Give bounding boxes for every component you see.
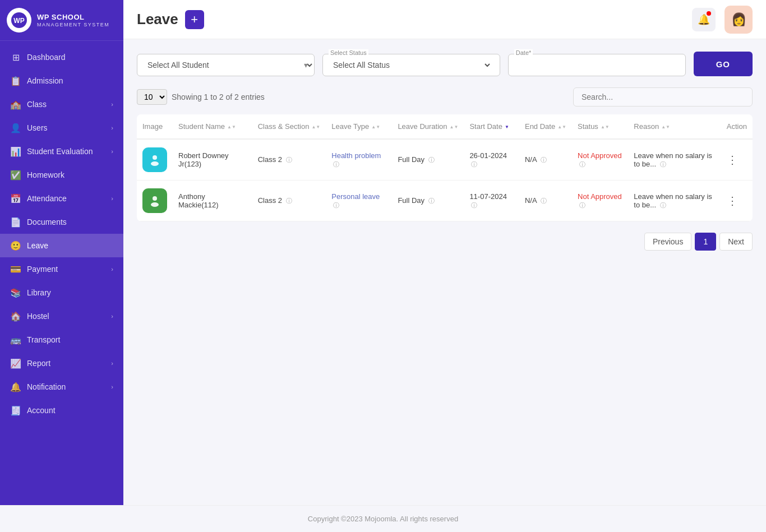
sidebar-nav: ⊞ Dashboard 📋 Admission 🏫 Class › 👤 User… [0, 41, 123, 505]
app-name: WP SCHOOL [37, 13, 109, 22]
th-student-name[interactable]: Student Name▲▼ [173, 114, 252, 139]
cell-student-name: Anthony Mackie(112) [173, 181, 252, 221]
search-input[interactable] [573, 87, 753, 107]
dashboard-nav-label: Dashboard [27, 53, 66, 62]
svg-point-5 [151, 202, 159, 207]
class-info-icon[interactable]: ⓘ [286, 156, 292, 163]
th-class-&-section[interactable]: Class & Section▲▼ [252, 114, 326, 139]
hostel-arrow-icon: › [111, 313, 113, 320]
notification-bell-button[interactable]: 🔔 [692, 8, 716, 31]
sidebar-item-report[interactable]: 📈 Report › [0, 351, 123, 375]
add-leave-button[interactable]: + [185, 10, 204, 29]
th-status[interactable]: Status▲▼ [572, 114, 628, 139]
report-arrow-icon: › [111, 360, 113, 367]
sidebar-item-hostel[interactable]: 🏠 Hostel › [0, 304, 123, 328]
student-avatar [142, 188, 167, 213]
cell-leave-type: Health problem ⓘ [326, 139, 392, 181]
duration-info-icon[interactable]: ⓘ [428, 156, 435, 163]
bell-badge [707, 11, 711, 16]
sidebar-item-homework[interactable]: ✅ Homework [0, 163, 123, 187]
date-input[interactable]: This Year [516, 61, 677, 70]
th-leave-duration[interactable]: Leave Duration▲▼ [392, 114, 464, 139]
page-1-button[interactable]: 1 [695, 233, 716, 251]
status-info-icon[interactable]: ⓘ [579, 161, 585, 168]
transport-nav-icon: 🚌 [10, 334, 21, 345]
table-row: Robert Downey Jr(123) Class 2 ⓘ Health p… [137, 139, 753, 181]
reason-info-icon[interactable]: ⓘ [660, 161, 666, 168]
class-info-icon[interactable]: ⓘ [286, 197, 292, 204]
cell-leave-type: Personal leave ⓘ [326, 181, 392, 221]
cell-avatar [137, 139, 173, 181]
sidebar-item-student-evaluation[interactable]: 📊 Student Evaluation › [0, 140, 123, 163]
sidebar-item-library[interactable]: 📚 Library [0, 281, 123, 304]
table-controls: 10 25 50 Showing 1 to 2 of 2 entries [137, 87, 753, 107]
sort-icon: ▲▼ [311, 124, 320, 129]
sidebar-item-admission[interactable]: 📋 Admission [0, 69, 123, 92]
th-reason[interactable]: Reason▲▼ [628, 114, 721, 139]
sidebar-item-notification[interactable]: 🔔 Notification › [0, 375, 123, 399]
previous-page-button[interactable]: Previous [644, 233, 691, 251]
sort-icon: ▲▼ [557, 124, 566, 129]
sidebar: WP WP SCHOOL MANAGEMENT SYSTEM ⊞ Dashboa… [0, 0, 123, 505]
th-end-date[interactable]: End Date▲▼ [519, 114, 572, 139]
th-image: Image [137, 114, 173, 139]
end-date-info-icon[interactable]: ⓘ [541, 156, 547, 163]
sidebar-item-users[interactable]: 👤 Users › [0, 116, 123, 140]
cell-student-name: Robert Downey Jr(123) [173, 139, 252, 181]
cell-leave-duration: Full Day ⓘ [392, 181, 464, 221]
duration-info-icon[interactable]: ⓘ [428, 197, 435, 204]
status-badge: Not Approved [578, 151, 622, 160]
library-nav-label: Library [27, 288, 51, 297]
date-label: Date* [514, 49, 533, 56]
status-info-icon[interactable]: ⓘ [579, 202, 585, 209]
admission-nav-icon: 📋 [10, 75, 21, 86]
sidebar-item-leave[interactable]: 🙂 Leave [0, 234, 123, 257]
sidebar-item-payment[interactable]: 💳 Payment › [0, 257, 123, 281]
user-avatar-button[interactable]: 👩 [725, 6, 753, 34]
action-menu-button[interactable]: ⋮ [727, 154, 739, 166]
student-evaluation-nav-icon: 📊 [10, 146, 21, 157]
logo-icon: WP [7, 8, 31, 33]
main-content: Leave + 🔔 👩 Select All Student [123, 0, 766, 505]
leave-type-info-icon[interactable]: ⓘ [333, 202, 339, 209]
cell-reason: Leave when no salary is to be... ⓘ [628, 139, 721, 181]
next-page-button[interactable]: Next [719, 233, 753, 251]
th-leave-type[interactable]: Leave Type▲▼ [326, 114, 392, 139]
student-avatar [142, 147, 167, 172]
status-select[interactable]: Select All Status [331, 60, 492, 70]
student-evaluation-nav-label: Student Evaluation [27, 147, 93, 156]
cell-start-date: 11-07-2024 ⓘ [464, 181, 519, 221]
sidebar-item-account[interactable]: 🧾 Account [0, 399, 123, 422]
entries-info: Showing 1 to 2 of 2 entries [172, 92, 265, 101]
date-filter-group: Date* This Year [508, 54, 686, 76]
student-select[interactable]: Select All Student [137, 54, 315, 76]
sidebar-item-attendance[interactable]: 📅 Attendance › [0, 187, 123, 210]
go-button[interactable]: GO [694, 52, 753, 76]
student-evaluation-arrow-icon: › [111, 148, 113, 155]
start-date-info-icon[interactable]: ⓘ [471, 202, 477, 209]
th-action: Action [721, 114, 753, 139]
sidebar-item-dashboard[interactable]: ⊞ Dashboard [0, 45, 123, 69]
admission-nav-label: Admission [27, 76, 63, 85]
th-start-date[interactable]: Start Date▼ [464, 114, 519, 139]
leave-nav-label: Leave [27, 241, 48, 250]
table-row: Anthony Mackie(112) Class 2 ⓘ Personal l… [137, 181, 753, 221]
start-date-info-icon[interactable]: ⓘ [471, 161, 477, 168]
sidebar-item-documents[interactable]: 📄 Documents [0, 210, 123, 234]
notification-arrow-icon: › [111, 383, 113, 390]
sort-icon: ▲▼ [450, 124, 459, 129]
attendance-nav-icon: 📅 [10, 193, 21, 204]
end-date-info-icon[interactable]: ⓘ [541, 197, 547, 204]
reason-info-icon[interactable]: ⓘ [660, 202, 666, 209]
sidebar-item-transport[interactable]: 🚌 Transport [0, 328, 123, 351]
cell-status: Not Approved ⓘ [572, 181, 628, 221]
sidebar-item-class[interactable]: 🏫 Class › [0, 92, 123, 116]
footer-text: Copyright ©2023 Mojoomla. All rights res… [308, 515, 458, 523]
page-title: Leave [137, 11, 178, 28]
action-menu-button[interactable]: ⋮ [727, 195, 739, 207]
table-controls-left: 10 25 50 Showing 1 to 2 of 2 entries [137, 89, 265, 105]
leave-type-info-icon[interactable]: ⓘ [333, 161, 339, 168]
report-nav-label: Report [27, 359, 50, 368]
per-page-select[interactable]: 10 25 50 [137, 89, 167, 105]
homework-nav-icon: ✅ [10, 169, 21, 181]
